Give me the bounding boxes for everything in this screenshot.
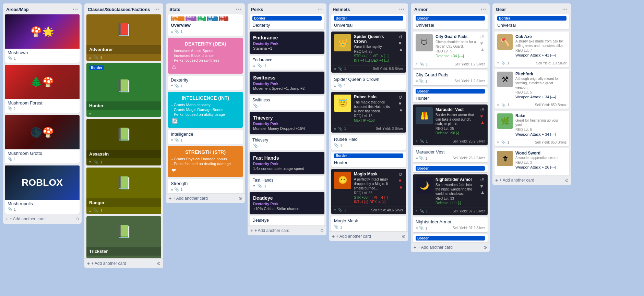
list-item[interactable]: 👑 Spider Queen's Crown Wear it like roya… <box>331 32 406 73</box>
list-item[interactable]: STRENGTH (STR) - Grants Physical Damage … <box>168 146 243 177</box>
add-card-perks[interactable]: + + Add another card ⊙ <box>248 225 326 235</box>
list-item[interactable]: Dexterity ≡ 📎 1 <box>168 76 243 90</box>
heart-icon[interactable]: ♥ <box>480 40 485 46</box>
class-img-trickster: 📗 <box>86 216 161 247</box>
list-item[interactable]: Border <box>413 234 488 242</box>
heart-icon[interactable]: ♥ <box>480 113 485 119</box>
list-item[interactable]: Rubee Halo 📎 1 <box>331 135 406 150</box>
list-item[interactable]: Nightstrider Armor ≡ 📎 1 Sell Yield: 97.… <box>413 217 488 232</box>
list-item[interactable]: Border Universal <box>413 14 488 29</box>
rotate-icon[interactable]: ↺ <box>480 177 485 183</box>
list-item[interactable]: INTELLIGENCE (INT) - Grants Mana capacit… <box>168 92 243 128</box>
column-menu-areas[interactable]: ··· <box>73 6 78 12</box>
column-menu-gear[interactable]: ··· <box>562 6 568 12</box>
list-item[interactable]: Thievery 📎 1 <box>250 136 324 150</box>
add-card-gear[interactable]: + + Add another card ⊙ <box>492 175 571 185</box>
list-item[interactable]: Moglo Mask 📎 1 <box>331 216 406 231</box>
list-item[interactable]: Border Hunter <box>331 152 406 167</box>
rotate-icon[interactable]: ↺ <box>398 172 403 177</box>
list-item[interactable]: 🌑🍄 Mushroom Grotto 📎 1 <box>5 115 80 163</box>
list-item[interactable]: Spider Queen $ Crown ≡ 📎 1 <box>331 75 406 90</box>
list-item[interactable]: Border Universal <box>331 14 406 29</box>
border-badge-hunter: Border <box>89 65 104 70</box>
list-item[interactable]: ⚒ Pitchfork Although originally meant fo… <box>494 69 569 109</box>
list-item[interactable]: 📗 Ranger ≡ 📎 1 <box>86 168 161 214</box>
list-item[interactable]: 🌙 Nightstrider Armor Some warriors fade … <box>413 174 488 215</box>
pitchfork-inner: ⚒ Pitchfork Although originally meant fo… <box>494 69 569 102</box>
list-item[interactable]: 🛡 City Guard Pads Cheap shoulder pads fo… <box>413 32 488 68</box>
up-icon[interactable]: ▲ <box>398 184 403 189</box>
up-icon[interactable]: ▲ <box>398 107 403 112</box>
list-item[interactable]: Fast Hands Dexterity Perk 1.4x consumabl… <box>250 152 324 174</box>
list-item[interactable]: Deadeye <box>250 216 324 225</box>
list-item[interactable]: Border Universal <box>494 14 569 29</box>
column-menu-stats[interactable]: ··· <box>236 6 241 12</box>
column-menu-perks[interactable]: ··· <box>318 6 323 12</box>
lines-icon: ≡ <box>89 111 91 115</box>
list-item[interactable]: Border Dexterity <box>250 14 324 29</box>
list-item[interactable]: Swiftness 📎 1 <box>250 96 324 110</box>
rotate-icon[interactable]: ↺ <box>480 107 485 113</box>
list-item[interactable]: 🌲🍄 Mushroom Forest 📎 1 <box>5 65 80 113</box>
list-item[interactable]: 🪓 Oak Axe A sturdy axe made from oak for… <box>494 32 569 67</box>
clip-icon: 📎 <box>174 187 179 192</box>
column-menu-helmets[interactable]: ··· <box>399 6 405 12</box>
heart-icon[interactable]: ♥ <box>398 178 403 183</box>
list-item[interactable]: 📗 Trickster <box>86 216 161 258</box>
column-header-helmets: Helmets ··· <box>329 3 408 14</box>
heart-icon[interactable]: ♥ <box>398 101 403 106</box>
up-icon[interactable]: ▲ <box>480 47 485 52</box>
column-header-perks: Perks ··· <box>248 3 326 14</box>
list-item[interactable]: 🍄🌟 Mushtown 📎 1 <box>5 14 80 63</box>
rotate-icon[interactable]: ↺ <box>480 34 485 40</box>
rubee-halo-label: Rubee Halo <box>334 137 403 142</box>
city-guard-label: City Guard Pads <box>416 72 485 77</box>
list-item[interactable]: 🌿 Rake Great for freshening up your yard… <box>494 111 569 146</box>
list-item[interactable]: Deadeye Dexterity Perk +10% Critical Str… <box>250 192 324 214</box>
stat-int-title: INTELLIGENCE (INT) <box>171 95 239 101</box>
column-title-areas: Areas/Map <box>6 7 29 12</box>
add-card-helmets[interactable]: + + Add another card ⊙ <box>329 231 408 241</box>
list-item[interactable]: 📕 Adventurer ≡ 📎 1 <box>86 14 161 61</box>
list-item[interactable]: 🦺 Marauder Vest Bulkier Hunter armor tha… <box>413 104 488 145</box>
add-card-stats[interactable]: + + Add another card ⊙ <box>166 193 245 203</box>
list-item[interactable]: ROBLOX Mushtropolis 📎 1 <box>5 165 80 214</box>
up-icon[interactable]: ▲ <box>480 189 485 195</box>
rubee-halo-maxhp: Max HP +150 <box>354 119 375 122</box>
perks-border-badge: Border <box>252 16 322 21</box>
list-item[interactable]: Fast Hands ≡ 📎 1 <box>250 176 324 190</box>
rotate-icon[interactable]: ↺ <box>398 34 403 40</box>
heart-icon[interactable]: ♥ <box>398 40 403 46</box>
up-icon[interactable]: ▲ <box>398 47 403 52</box>
heart-icon[interactable]: ♥ <box>480 183 485 189</box>
list-item[interactable]: Border Hunter <box>413 87 488 102</box>
add-card-classes[interactable]: + + Add another card ⊙ <box>84 258 163 268</box>
list-item[interactable]: 😇 Rubee Halo The magic that once bounded… <box>331 92 406 133</box>
list-item[interactable]: Swiftness Dexterity Perk Movement Speed … <box>250 72 324 94</box>
list-item[interactable]: Intelligence ≡ 📎 1 <box>168 130 243 144</box>
list-item[interactable]: Marauder Vest ≡ 📎 1 Sell Yield: 28.2 Sil… <box>413 147 488 162</box>
list-item[interactable]: Strength ≡ 📎 1 <box>168 179 243 193</box>
list-item[interactable]: City Guard Pads ≡ 📎 1 Sell Yield: 1.2 Si… <box>413 70 488 85</box>
perk-swiftness-title: Swiftness <box>253 75 321 81</box>
add-card-armor[interactable]: + + Add another card ⊙ <box>411 242 490 252</box>
list-item[interactable]: 🗡 Wood Sword A wooden apprentice sword. … <box>494 148 569 175</box>
list-item[interactable]: Endurance Dexterity Perk Stamina +1 <box>250 32 324 54</box>
column-menu-armor[interactable]: ··· <box>481 6 486 12</box>
add-card-areas[interactable]: + + Add another card ⊙ <box>3 214 82 224</box>
up-icon[interactable]: ▲ <box>480 120 485 125</box>
column-stats: Stats ··· PYS 13% MAG 9% AGL 5% BLK 9% C… <box>166 3 245 203</box>
list-item[interactable]: DEXTERITY (DEX) - Increases Attack Speed… <box>168 38 243 74</box>
rubee-halo-label-footer: 📎 1 <box>334 143 403 148</box>
list-item[interactable]: Thievery Dexterity Perk Monster Money Dr… <box>250 112 324 134</box>
clip-icon: 📎 <box>8 157 12 161</box>
rotate-icon[interactable]: ↺ <box>398 95 403 100</box>
list-item[interactable]: PYS 13% MAG 9% AGL 5% BLK 9% CRT 8% Over… <box>168 14 243 36</box>
city-guard-actions: ↺ ♥ ▲ <box>480 34 485 52</box>
list-item[interactable]: Endurance ≡ 📎 1 <box>250 56 324 70</box>
column-menu-classes[interactable]: ··· <box>154 6 160 12</box>
list-item[interactable]: Border <box>413 164 488 172</box>
list-item[interactable]: 📗 Assassin ≡ 📎 1 <box>86 119 161 165</box>
list-item[interactable]: 😶 Moglo Mask A perfectly intact mask dro… <box>331 169 406 214</box>
list-item[interactable]: Border 📗 Hunter ≡ <box>86 63 161 117</box>
